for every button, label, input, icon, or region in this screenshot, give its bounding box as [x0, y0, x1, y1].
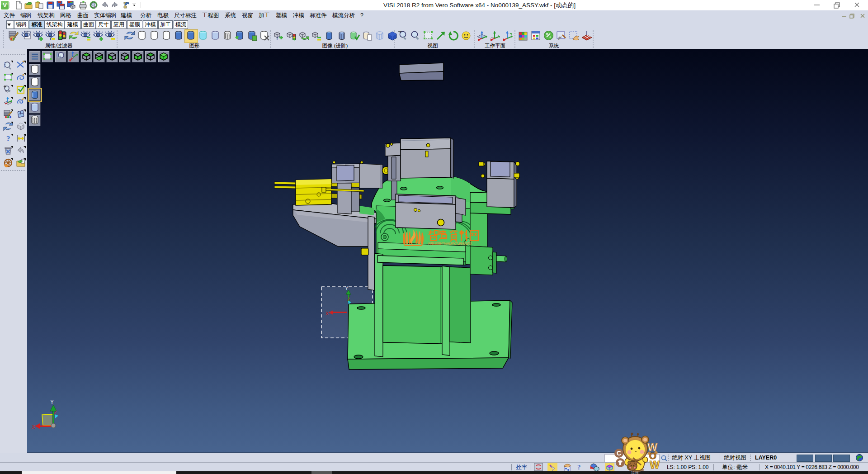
svg-text:W: W [650, 459, 660, 471]
svg-text:X: X [326, 311, 329, 316]
svg-text:C: C [617, 450, 621, 457]
svg-text:X: X [32, 424, 35, 430]
svg-text:?: ? [6, 134, 10, 143]
svg-text:Y: Y [345, 285, 349, 291]
svg-text:Y: Y [50, 399, 54, 405]
svg-text:V: V [3, 2, 7, 9]
svg-text:Z: Z [54, 410, 57, 415]
svg-text:INTELLIGENT MANUFACTURING DATA: INTELLIGENT MANUFACTURING DATA [428, 242, 472, 245]
